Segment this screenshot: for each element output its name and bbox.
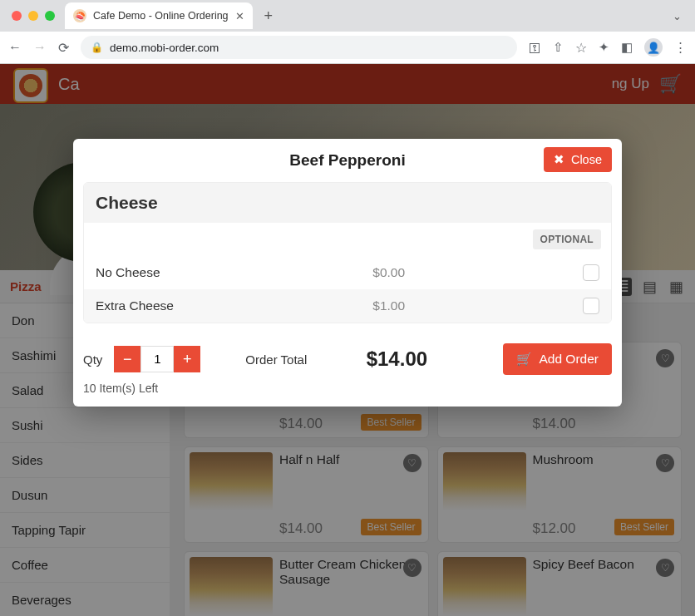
stock-note: 10 Item(s) Left [73,382,622,407]
qty-label: Qty [83,352,102,367]
close-label: Close [571,153,602,166]
option-price: $1.00 [372,298,583,313]
maximize-window-icon[interactable] [45,11,55,21]
optional-badge: OPTIONAL [533,229,601,249]
lock-icon: 🔒 [91,42,103,53]
app-viewport: Ca ng Up 🛒 Pizza ≣ ▤ ▦ Don Sashimi Salad… [0,64,695,616]
address-bar[interactable]: 🔒 demo.mobi-order.com [81,36,517,59]
address-bar-row: ← → ⟳ 🔒 demo.mobi-order.com ⚿ ⇧ ☆ ✦ ◧ 👤 … [0,32,695,63]
option-checkbox[interactable] [583,298,599,314]
modal-title: Beef Pepperoni [289,151,405,170]
close-tab-icon[interactable]: ✕ [235,10,244,22]
modal-header: Beef Pepperoni ✖ Close [73,139,622,182]
minimize-window-icon[interactable] [28,11,38,21]
panel-icon[interactable]: ◧ [621,40,633,55]
option-group-title: Cheese [84,183,611,223]
cart-icon: 🛒 [516,352,532,367]
close-window-icon[interactable] [12,11,22,21]
modal-body: Cheese OPTIONAL No Cheese $0.00 Extra Ch… [73,182,622,332]
forward-icon: → [33,40,47,55]
add-order-button[interactable]: 🛒 Add Order [503,343,612,375]
new-tab-button[interactable]: + [258,7,280,25]
bookmark-icon[interactable]: ☆ [575,40,587,56]
favicon-icon: 🍣 [73,9,86,22]
quantity-stepper: − 1 + [114,346,200,372]
option-row[interactable]: No Cheese $0.00 [84,256,611,289]
modal-footer: Qty − 1 + Order Total $14.00 🛒 Add Order [73,332,622,382]
option-group: Cheese OPTIONAL No Cheese $0.00 Extra Ch… [83,182,612,323]
add-order-label: Add Order [539,352,599,367]
option-name: Extra Cheese [96,298,372,313]
option-group-tag-row: OPTIONAL [84,223,611,256]
extensions-icon[interactable]: ✦ [599,40,609,55]
close-button[interactable]: ✖ Close [544,147,612,172]
qty-decrease-button[interactable]: − [114,346,140,372]
browser-tab[interactable]: 🍣 Cafe Demo - Online Ordering ✕ [65,2,253,29]
order-total-label: Order Total [245,352,307,367]
qty-value[interactable]: 1 [140,346,174,372]
reload-icon[interactable]: ⟳ [58,40,69,56]
tab-bar: 🍣 Cafe Demo - Online Ordering ✕ + ⌄ [0,0,695,32]
qty-increase-button[interactable]: + [174,346,200,372]
option-row[interactable]: Extra Cheese $1.00 [84,289,611,323]
close-icon: ✖ [554,153,564,166]
profile-avatar[interactable]: 👤 [644,38,663,57]
order-total-value: $14.00 [302,347,491,371]
option-name: No Cheese [96,265,372,280]
menu-icon[interactable]: ⋮ [674,40,687,55]
tab-overflow-icon[interactable]: ⌄ [666,10,688,22]
back-icon[interactable]: ← [8,40,22,55]
key-icon[interactable]: ⚿ [529,41,541,55]
option-price: $0.00 [372,265,583,280]
browser-chrome: 🍣 Cafe Demo - Online Ordering ✕ + ⌄ ← → … [0,0,695,64]
option-checkbox[interactable] [583,264,599,281]
tab-title: Cafe Demo - Online Ordering [93,10,229,22]
product-modal: Beef Pepperoni ✖ Close Cheese OPTIONAL N… [73,139,622,407]
url-text: demo.mobi-order.com [110,42,219,54]
share-icon[interactable]: ⇧ [553,40,564,55]
window-controls[interactable] [7,11,60,21]
